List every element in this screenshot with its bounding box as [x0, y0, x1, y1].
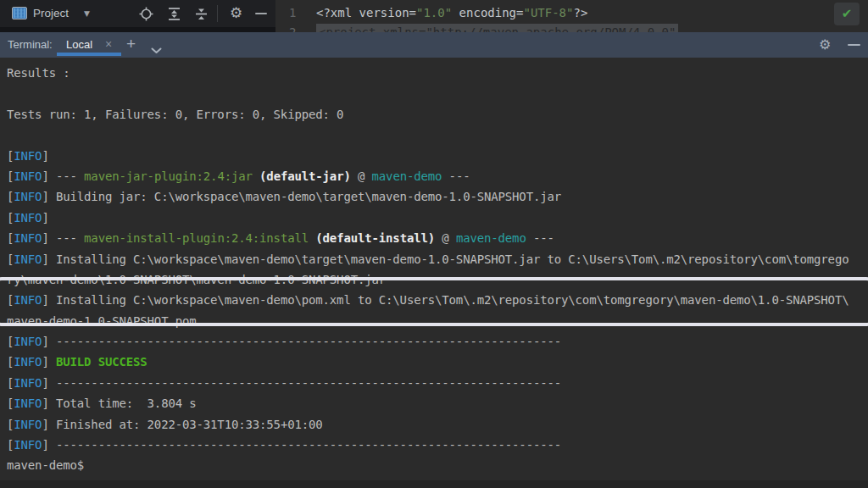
terminal-line: [INFO] Installing C:\workspace\maven-dem…: [7, 249, 868, 269]
text-segment: "1.0": [416, 6, 452, 19]
hide-panel-icon[interactable]: [255, 13, 267, 14]
text-segment: ---: [526, 231, 554, 245]
toolbar-separator: [217, 5, 218, 22]
terminal-line: [INFO] ---------------------------------…: [7, 331, 868, 352]
project-panel-title: Project: [33, 0, 69, 27]
text-segment: maven-demo$: [7, 458, 84, 472]
terminal-line: [INFO] --- maven-jar-plugin:2.4:jar (def…: [7, 166, 868, 186]
text-segment: INFO: [14, 149, 42, 163]
text-segment: ] --------------------------------------…: [42, 376, 561, 390]
terminal-line: [INFO] BUILD SUCCESS: [7, 352, 868, 372]
tabs-dropdown-icon[interactable]: [151, 42, 162, 49]
terminal-label: Terminal:: [8, 32, 53, 58]
terminal-line: [INFO] ---------------------------------…: [7, 373, 868, 393]
text-segment: BUILD SUCCESS: [56, 355, 147, 369]
line-number: 1: [289, 3, 296, 22]
text-segment: INFO: [14, 252, 42, 266]
project-panel-header: Project ▼ ⚙: [0, 0, 275, 27]
text-segment: ] Installing C:\workspace\maven-demo\pom…: [42, 293, 849, 307]
editor-line-1: <?xml version="1.0" encoding="UTF-8"?>: [316, 3, 587, 22]
text-segment: ] ---: [42, 231, 84, 245]
text-segment: [253, 169, 259, 183]
text-segment: ---: [442, 169, 470, 183]
text-segment: INFO: [14, 438, 42, 452]
new-tab-icon[interactable]: +: [126, 32, 136, 58]
terminal-line: [INFO] Building jar: C:\workspace\maven-…: [7, 186, 868, 207]
text-segment: ]: [42, 355, 56, 369]
terminal-line: [7, 83, 868, 103]
text-segment: INFO: [14, 335, 42, 348]
terminal-output[interactable]: Results :Tests run: 1, Failures: 0, Erro…: [0, 58, 868, 488]
terminal-line: [INFO] ---------------------------------…: [7, 435, 868, 455]
terminal-line: [INFO]: [7, 208, 868, 228]
text-segment: <?xml version=: [316, 6, 416, 19]
minimize-icon[interactable]: [848, 44, 860, 46]
text-segment: ] Building jar: C:\workspace\maven-demo\…: [42, 190, 561, 203]
text-segment: ] --------------------------------------…: [42, 438, 561, 452]
text-segment: ]: [42, 149, 48, 163]
locate-file-icon[interactable]: [139, 7, 153, 21]
text-segment: INFO: [14, 355, 42, 369]
text-segment: INFO: [14, 211, 42, 225]
terminal-line: [7, 125, 868, 145]
text-segment: INFO: [14, 169, 42, 183]
text-segment: maven-install-plugin:2.4:install: [84, 231, 309, 245]
text-segment: INFO: [14, 418, 42, 431]
text-segment: Results :: [7, 66, 70, 80]
editor-code-area[interactable]: 1 <?xml version="1.0" encoding="UTF-8"?>…: [275, 0, 868, 32]
text-segment: @: [435, 231, 456, 245]
settings-gear-icon[interactable]: ⚙: [819, 32, 831, 58]
text-segment: ry\maven-demo\1.0-SNAPSHOT\maven-demo-1.…: [7, 273, 386, 286]
close-tab-icon[interactable]: ×: [105, 32, 112, 58]
text-segment: maven-jar-plugin:2.4:jar: [84, 169, 253, 183]
text-segment: ?>: [573, 6, 587, 19]
text-segment: INFO: [14, 190, 42, 203]
text-segment: INFO: [14, 376, 42, 390]
terminal-line: maven-demo-1.0-SNAPSHOT.pom: [7, 311, 868, 331]
terminal-line: Results :: [7, 63, 868, 83]
terminal-line: Tests run: 1, Failures: 0, Errors: 0, Sk…: [7, 104, 868, 125]
inspection-check-icon[interactable]: ✔: [834, 3, 860, 25]
terminal-line: [INFO]: [7, 146, 868, 166]
text-segment: "UTF-8": [523, 6, 573, 19]
terminal-line: [INFO] Finished at: 2022-03-31T10:33:55+…: [7, 414, 868, 435]
terminal-line: maven-demo$: [7, 455, 868, 475]
text-segment: maven-demo: [372, 169, 442, 183]
terminal-line: [INFO] Installing C:\workspace\maven-dem…: [7, 290, 868, 310]
text-segment: Tests run: 1, Failures: 0, Errors: 0, Sk…: [7, 108, 343, 121]
text-segment: ] Installing C:\workspace\maven-demo\tar…: [42, 252, 849, 266]
line-number: 2: [289, 24, 296, 32]
text-segment: INFO: [14, 293, 42, 307]
collapse-all-icon[interactable]: [194, 7, 209, 21]
dropdown-chevron-icon[interactable]: ▼: [84, 0, 90, 27]
text-segment: (default-jar): [259, 169, 351, 183]
text-segment: (default-install): [315, 231, 435, 245]
text-segment: INFO: [14, 231, 42, 245]
terminal-panel-header: Terminal: Local × + ⚙: [0, 32, 868, 58]
editor-line-2-clipped: <project xmlns="http://maven.apache.org/…: [316, 24, 678, 32]
text-segment: ] ---: [42, 169, 84, 183]
terminal-line: ry\maven-demo\1.0-SNAPSHOT\maven-demo-1.…: [7, 269, 868, 290]
text-segment: maven-demo-1.0-SNAPSHOT.pom: [7, 314, 197, 328]
terminal-line: [INFO] --- maven-install-plugin:2.4:inst…: [7, 228, 868, 248]
project-window-icon: [12, 7, 27, 19]
text-segment: ] Finished at: 2022-03-31T10:33:55+01:00: [42, 418, 322, 431]
settings-gear-icon[interactable]: ⚙: [230, 0, 242, 27]
bottom-edge-band: [0, 480, 868, 488]
expand-all-icon[interactable]: [167, 7, 181, 21]
text-segment: INFO: [14, 396, 42, 410]
text-segment: maven-demo: [456, 231, 526, 245]
text-segment: ] Total time: 3.804 s: [42, 396, 196, 410]
text-segment: ] --------------------------------------…: [42, 335, 561, 348]
text-segment: encoding=: [452, 6, 523, 19]
text-segment: @: [351, 169, 372, 183]
text-segment: ]: [42, 211, 48, 225]
terminal-line: [INFO] Total time: 3.804 s: [7, 393, 868, 413]
